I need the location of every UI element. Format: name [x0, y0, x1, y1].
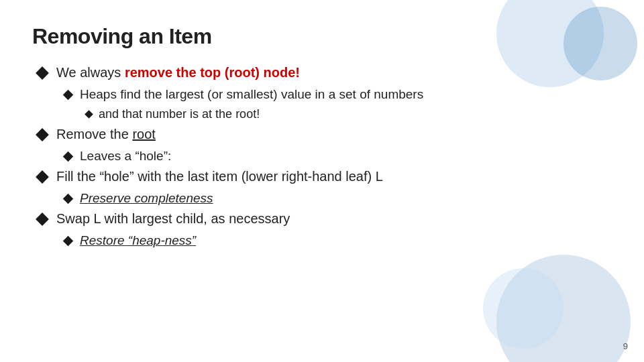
bullet-2: Heaps find the largest (or smallest) val…	[32, 87, 612, 102]
bullet-4: Remove the root	[32, 127, 612, 142]
bullet-4-underline: root	[132, 127, 155, 141]
bullet-1: We always remove the top (root) node!	[32, 65, 612, 80]
slide-content: Removing an Item We always remove the to…	[32, 24, 612, 248]
bullet-5-icon	[63, 152, 74, 162]
bullet-6: Fill the “hole” with the last item (lowe…	[32, 169, 612, 184]
slide-title: Removing an Item	[32, 24, 612, 49]
bullet-3-icon	[85, 110, 93, 119]
bullet-9-icon	[63, 236, 74, 247]
bullet-2-icon	[63, 90, 74, 101]
bullet-3-text: and that number is at the root!	[99, 107, 260, 121]
bullet-6-text: Fill the “hole” with the last item (lowe…	[56, 169, 383, 184]
bullet-4-prefix: Remove the	[56, 127, 132, 141]
bullet-2-text: Heaps find the largest (or smallest) val…	[80, 87, 423, 102]
bullet-8-text: Swap L with largest child, as necessary	[56, 211, 290, 227]
bullet-5-text: Leaves a “hole”:	[80, 149, 171, 164]
bullet-7: Preserve completeness	[32, 191, 612, 206]
bullet-8: Swap L with largest child, as necessary	[32, 211, 612, 227]
bullet-7-text: Preserve completeness	[80, 191, 213, 206]
bullet-7-icon	[63, 194, 74, 204]
slide: Removing an Item We always remove the to…	[0, 0, 644, 362]
bullet-8-icon	[36, 213, 49, 226]
bullet-4-icon	[36, 128, 49, 141]
bullet-1-highlight: remove the top (root) node!	[125, 65, 300, 80]
bullet-4-text: Remove the root	[56, 127, 156, 142]
bullet-6-icon	[36, 170, 49, 184]
bullet-5: Leaves a “hole”:	[32, 149, 612, 164]
bullet-1-prefix: We always	[56, 65, 125, 80]
deco-circle-bottom-right-2	[483, 268, 564, 349]
bullet-9: Restore “heap-ness”	[32, 233, 612, 248]
bullet-9-text: Restore “heap-ness”	[80, 233, 196, 248]
bullet-1-text: We always remove the top (root) node!	[56, 65, 300, 80]
bullet-3: and that number is at the root!	[32, 107, 612, 121]
bullet-1-icon	[36, 66, 49, 80]
page-number: 9	[623, 341, 628, 351]
